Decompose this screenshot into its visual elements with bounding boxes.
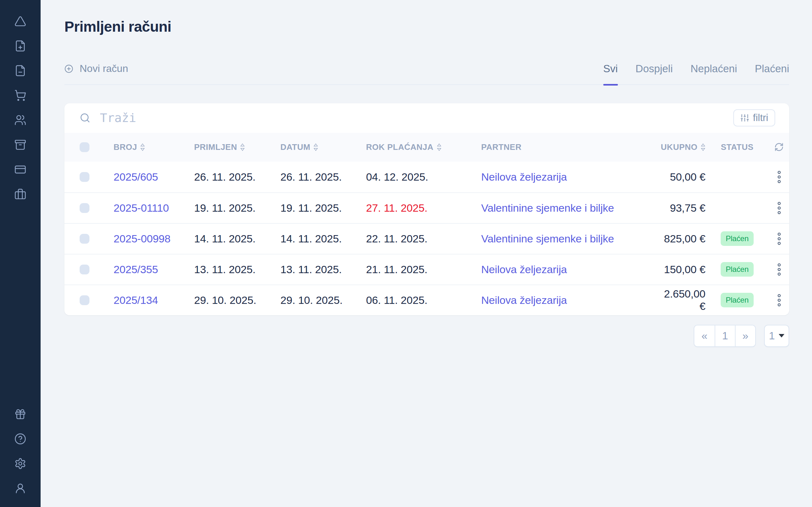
invoice-date: 14. 11. 2025.	[281, 233, 366, 245]
logo-triangle-icon[interactable]	[14, 15, 27, 27]
pagination: « 1 » 1	[64, 325, 789, 347]
status-badge: Plaćen	[721, 262, 754, 277]
kebab-menu-icon	[777, 170, 781, 183]
row-checkbox-cell	[64, 295, 113, 305]
refresh-icon	[774, 142, 784, 152]
new-invoice-label: Novi račun	[80, 63, 128, 74]
invoice-number-link[interactable]: 2025-01110	[113, 202, 169, 214]
partner-link[interactable]: Neilova željezarija	[481, 263, 567, 275]
row-actions-button[interactable]	[777, 232, 781, 245]
search-input[interactable]	[100, 111, 724, 125]
table-row: 2025-01110 19. 11. 2025. 19. 11. 2025. 2…	[64, 192, 789, 223]
table-row: 2025/605 26. 11. 2025. 26. 11. 2025. 04.…	[64, 162, 789, 192]
actions-cell	[769, 202, 789, 215]
file-minus-icon	[14, 65, 26, 77]
row-checkbox[interactable]	[80, 265, 90, 274]
plus-circle-icon	[64, 64, 73, 73]
sort-icon	[437, 143, 442, 151]
column-header-status: STATUS	[705, 142, 769, 152]
current-page-button[interactable]: 1	[715, 326, 735, 346]
search-icon	[80, 112, 90, 123]
users-icon	[14, 114, 26, 126]
row-checkbox-cell	[64, 265, 113, 274]
row-checkbox[interactable]	[80, 234, 90, 244]
received-date: 26. 11. 2025.	[194, 171, 281, 183]
invoice-number-link[interactable]: 2025/355	[113, 263, 158, 275]
row-actions-button[interactable]	[777, 202, 781, 215]
tab-dospjeli[interactable]: Dospjeli	[636, 63, 673, 75]
partner-link[interactable]: Valentinine sjemenke i biljke	[481, 202, 614, 214]
page-select-value: 1	[769, 330, 775, 342]
table-header: BROJ PRIMLJEN DATUM ROK PLAĆANJA PARTNER…	[64, 133, 789, 162]
invoice-number-link[interactable]: 2025-00998	[113, 233, 171, 245]
gift-icon	[14, 408, 26, 420]
sidebar-item-purchases[interactable]	[14, 89, 27, 101]
pager-group: « 1 »	[694, 325, 756, 347]
partner-link[interactable]: Valentinine sjemenke i biljke	[481, 233, 614, 245]
sidebar-item-payments[interactable]	[14, 164, 27, 176]
sidebar-item-profile[interactable]	[14, 482, 27, 494]
actions-cell	[769, 263, 789, 276]
select-all-checkbox[interactable]	[80, 142, 90, 152]
status-badge: Plaćen	[721, 231, 754, 246]
partner-link[interactable]: Neilova željezarija	[481, 171, 567, 183]
row-checkbox-cell	[64, 234, 113, 244]
sidebar-item-inventory[interactable]	[14, 139, 27, 151]
actions-cell	[769, 294, 789, 307]
row-checkbox[interactable]	[80, 203, 90, 213]
invoice-number-link[interactable]: 2025/134	[113, 294, 158, 306]
archive-icon	[14, 139, 26, 151]
main-content: Primljeni računi Novi račun Svi Dospjeli…	[41, 0, 812, 507]
row-actions-button[interactable]	[777, 170, 781, 183]
status-badge: Plaćen	[721, 293, 754, 307]
total-amount: 93,75 €	[655, 202, 705, 214]
sidebar-item-customers[interactable]	[14, 114, 27, 126]
filters-button[interactable]: filtri	[733, 109, 775, 126]
column-header-datum[interactable]: DATUM	[281, 142, 366, 152]
total-amount: 150,00 €	[655, 263, 705, 276]
new-invoice-button[interactable]: Novi račun	[64, 63, 128, 74]
due-date: 21. 11. 2025.	[366, 263, 481, 276]
column-header-primljen[interactable]: PRIMLJEN	[194, 142, 281, 152]
partner-link[interactable]: Neilova željezarija	[481, 294, 567, 306]
table-row: 2025/134 29. 10. 2025. 29. 10. 2025. 06.…	[64, 285, 789, 315]
tab-svi[interactable]: Svi	[603, 63, 618, 75]
help-circle-icon	[14, 433, 26, 445]
column-header-broj[interactable]: BROJ	[113, 142, 194, 152]
file-plus-icon	[14, 40, 26, 52]
sort-icon	[701, 143, 705, 151]
received-date: 14. 11. 2025.	[194, 233, 281, 245]
page-title: Primljeni računi	[64, 18, 789, 36]
row-checkbox[interactable]	[80, 295, 90, 305]
table-row: 2025/355 13. 11. 2025. 13. 11. 2025. 21.…	[64, 254, 789, 285]
row-actions-button[interactable]	[777, 263, 781, 276]
invoice-date: 19. 11. 2025.	[281, 202, 366, 214]
row-actions-button[interactable]	[777, 294, 781, 307]
sidebar-item-business[interactable]	[14, 188, 27, 200]
prev-page-button[interactable]: «	[694, 326, 715, 346]
sidebar-item-documents[interactable]	[14, 65, 27, 77]
sliders-icon	[740, 113, 749, 122]
kebab-menu-icon	[777, 263, 781, 276]
tab-placeni[interactable]: Plaćeni	[755, 63, 789, 75]
sidebar-item-new-document[interactable]	[14, 40, 27, 52]
sidebar-item-settings[interactable]	[14, 458, 27, 469]
caret-down-icon	[779, 334, 784, 337]
sidebar-item-rewards[interactable]	[14, 408, 27, 420]
table-row: 2025-00998 14. 11. 2025. 14. 11. 2025. 2…	[64, 223, 789, 254]
refresh-button[interactable]	[769, 142, 789, 152]
row-checkbox-cell	[64, 172, 113, 182]
received-date: 19. 11. 2025.	[194, 202, 281, 214]
actions-cell	[769, 232, 789, 245]
column-header-ukupno[interactable]: UKUPNO	[655, 142, 705, 152]
page-select-dropdown[interactable]: 1	[764, 325, 789, 347]
next-page-button[interactable]: »	[735, 326, 755, 346]
table-body: 2025/605 26. 11. 2025. 26. 11. 2025. 04.…	[64, 162, 789, 315]
column-header-rok-placanja[interactable]: ROK PLAĆANJA	[366, 142, 481, 152]
status-cell: Plaćen	[705, 262, 769, 277]
invoice-number-link[interactable]: 2025/605	[113, 171, 158, 183]
kebab-menu-icon	[777, 202, 781, 215]
row-checkbox[interactable]	[80, 172, 90, 182]
sidebar-item-help[interactable]	[14, 433, 27, 445]
tab-neplaceni[interactable]: Neplaćeni	[691, 63, 737, 75]
